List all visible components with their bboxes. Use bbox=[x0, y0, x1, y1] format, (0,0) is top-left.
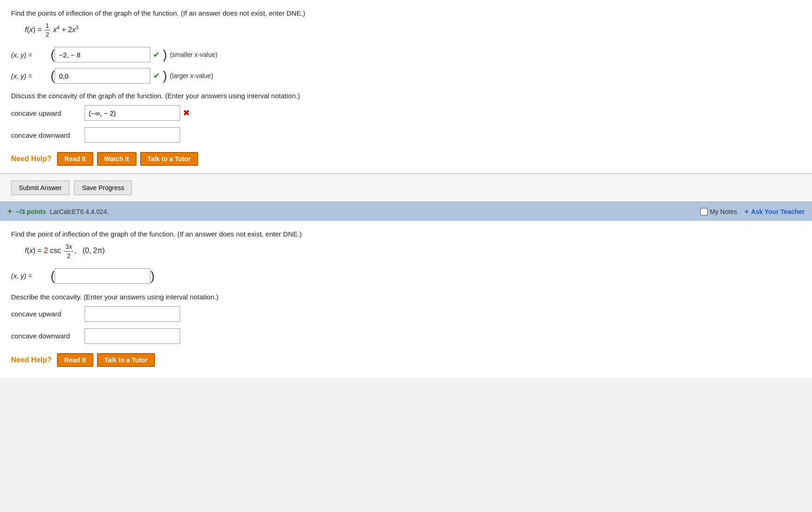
problem1-question: Find the points of inflection of the gra… bbox=[11, 9, 801, 17]
answer2-label: (x, y) = bbox=[11, 72, 48, 80]
answer1-label: (x, y) = bbox=[11, 51, 48, 59]
concave-upward-row: concave upward ✖ bbox=[11, 105, 801, 121]
problem2-formula: f(x) = 2 csc 3x 2 , (0, 2π) bbox=[25, 242, 801, 259]
answer1-input[interactable] bbox=[55, 47, 150, 62]
problem1-section: Find the points of inflection of the gra… bbox=[0, 0, 812, 174]
save-progress-button[interactable]: Save Progress bbox=[74, 180, 132, 195]
points-badge: −/3 points bbox=[16, 208, 46, 215]
answer-p2-paren-right: ) bbox=[150, 270, 154, 282]
concave-upward-label-2: concave upward bbox=[11, 310, 85, 318]
concavity-question-2: Describe the concavity. (Enter your answ… bbox=[11, 293, 801, 301]
concave-upward-cross-icon: ✖ bbox=[183, 108, 190, 118]
submit-area: Submit Answer Save Progress bbox=[0, 174, 812, 202]
concavity-section-2: Describe the concavity. (Enter your answ… bbox=[11, 293, 801, 344]
notes-icon bbox=[700, 208, 708, 215]
concave-downward-label-2: concave downward bbox=[11, 332, 85, 340]
answer-p2-label: (x, y) = bbox=[11, 272, 48, 280]
answer-row-1: (x, y) = ( ✔ ) (smaller x-value) bbox=[11, 47, 801, 62]
answer2-check-icon: ✔ bbox=[153, 71, 160, 81]
watch-it-button-1[interactable]: Watch It bbox=[97, 152, 136, 166]
concavity-section: Discuss the concavity of the graph of th… bbox=[11, 92, 801, 143]
need-help-label-2: Need Help? bbox=[11, 356, 51, 364]
concave-upward-input[interactable] bbox=[85, 105, 180, 121]
answer2-input[interactable] bbox=[55, 68, 150, 84]
problem2-question: Find the point of inflection of the grap… bbox=[11, 230, 801, 238]
problem1-formula: f(x) = 1 2 x4 + 2x3 bbox=[25, 22, 801, 39]
answer2-hint: (larger x-value) bbox=[170, 72, 213, 79]
ask-teacher-label: Ask Your Teacher bbox=[751, 208, 805, 215]
answer-row-2: (x, y) = ( ✔ ) (larger x-value) bbox=[11, 68, 801, 84]
answer-p2-input[interactable] bbox=[55, 268, 150, 284]
concave-downward-label: concave downward bbox=[11, 131, 85, 139]
problem2-header-bar: + −/3 points LarCalcET6 4.4.024. My Note… bbox=[0, 202, 812, 221]
problem-id: LarCalcET6 4.4.024. bbox=[50, 208, 108, 215]
answer-p2-paren-left: ( bbox=[51, 270, 55, 282]
answer1-paren-right: ) bbox=[163, 48, 167, 61]
concave-downward-input-2[interactable] bbox=[85, 328, 180, 344]
main-container: Find the points of inflection of the gra… bbox=[0, 0, 812, 378]
problem2-section: Find the point of inflection of the grap… bbox=[0, 221, 812, 377]
need-help-row-2: Need Help? Read It Talk to a Tutor bbox=[11, 353, 801, 367]
my-notes-button[interactable]: My Notes bbox=[700, 208, 737, 215]
concave-upward-label: concave upward bbox=[11, 109, 85, 117]
points-info: + −/3 points LarCalcET6 4.4.024. bbox=[7, 207, 109, 216]
concave-downward-row-2: concave downward bbox=[11, 328, 801, 344]
header-actions: My Notes + Ask Your Teacher bbox=[700, 208, 805, 216]
need-help-row-1: Need Help? Read It Watch It Talk to a Tu… bbox=[11, 152, 801, 166]
ask-icon: + bbox=[744, 208, 749, 216]
answer1-hint: (smaller x-value) bbox=[170, 51, 217, 58]
talk-to-tutor-button-1[interactable]: Talk to a Tutor bbox=[140, 152, 198, 166]
read-it-button-1[interactable]: Read It bbox=[57, 152, 93, 166]
answer2-paren-right: ) bbox=[163, 69, 167, 82]
ask-teacher-button[interactable]: + Ask Your Teacher bbox=[744, 208, 805, 216]
talk-to-tutor-button-2[interactable]: Talk to a Tutor bbox=[97, 353, 155, 367]
answer-row-p2: (x, y) = ( ) bbox=[11, 268, 801, 284]
concave-upward-input-2[interactable] bbox=[85, 306, 180, 322]
concave-upward-row-2: concave upward bbox=[11, 306, 801, 322]
answer2-paren-left: ( bbox=[51, 69, 55, 82]
submit-answer-button[interactable]: Submit Answer bbox=[11, 180, 69, 195]
my-notes-label: My Notes bbox=[710, 208, 737, 215]
concave-downward-input[interactable] bbox=[85, 127, 180, 143]
concave-downward-row: concave downward bbox=[11, 127, 801, 143]
concavity-question: Discuss the concavity of the graph of th… bbox=[11, 92, 801, 100]
need-help-label-1: Need Help? bbox=[11, 155, 51, 163]
answer1-paren-left: ( bbox=[51, 48, 55, 61]
expand-icon[interactable]: + bbox=[7, 207, 12, 216]
read-it-button-2[interactable]: Read It bbox=[57, 353, 93, 367]
answer1-check-icon: ✔ bbox=[153, 50, 160, 60]
